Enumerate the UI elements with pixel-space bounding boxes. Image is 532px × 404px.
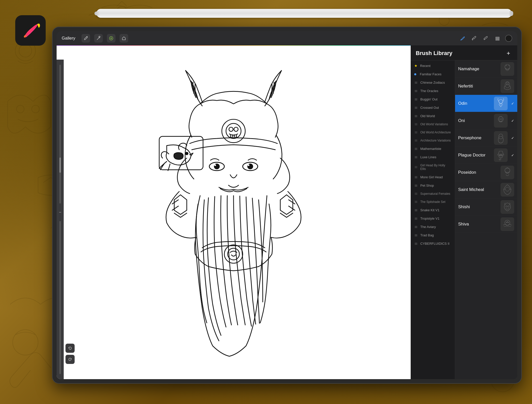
ipad-screen: Gallery: [57, 31, 517, 379]
brush-item-info: Namahage: [458, 66, 498, 72]
sidebar-item-label: Tropistyle V1: [420, 217, 439, 220]
add-brush-button[interactable]: +: [505, 49, 512, 57]
svg-point-113: [506, 222, 507, 223]
sidebar-item-the-aviary[interactable]: The Aviary: [411, 223, 455, 231]
left-scrollbar[interactable]: [57, 60, 64, 379]
sidebar-item-label: Chinese Zodiacs: [420, 81, 445, 84]
smudge-tool-button[interactable]: [482, 34, 490, 42]
sidebar-item-label: The Oracles: [420, 89, 438, 93]
sidebar-item-label: Snake Kit V1: [420, 208, 439, 212]
sidebar-item-label: Buggin' Out: [420, 97, 438, 101]
sidebar-item-tropistyle[interactable]: Tropistyle V1: [411, 214, 455, 223]
tool-size-handle[interactable]: [57, 203, 64, 221]
sidebar-item-snake-kit[interactable]: Snake Kit V1: [411, 206, 455, 214]
shishi-thumb: [501, 201, 513, 213]
star-icon: ★: [414, 64, 418, 68]
sidebar-item-familiar-faces[interactable]: Familiar Faces: [411, 70, 455, 78]
sidebar-item-more-girl-head[interactable]: More Girl Head: [411, 173, 455, 181]
sidebar-item-crossed-out[interactable]: Crossed Out: [411, 103, 455, 112]
svg-point-4: [32, 105, 39, 113]
svg-point-110: [506, 206, 507, 207]
sidebar-item-the-oracles[interactable]: The Oracles: [411, 87, 455, 95]
selection-tool-button[interactable]: [120, 34, 128, 43]
sidebar-item-architecture-variations[interactable]: Architecture Variations: [411, 136, 455, 145]
svg-point-21: [234, 127, 238, 131]
namahage-thumb: [501, 63, 513, 75]
color-picker[interactable]: [505, 35, 512, 42]
gallery-button[interactable]: Gallery: [62, 36, 75, 41]
sidebar-item-label: Architecture Variations: [420, 139, 451, 142]
brush-check: ✓: [511, 153, 514, 157]
sidebar-item-old-world[interactable]: Old World: [411, 112, 455, 120]
svg-point-18: [222, 119, 245, 143]
redo-button[interactable]: [65, 355, 75, 364]
brush-item-thumbnail: [501, 183, 514, 197]
brush-item-nefertiti[interactable]: Nefertiti: [455, 78, 517, 95]
brush-item-shishi[interactable]: Shishi: [455, 198, 517, 216]
sidebar-item-recent[interactable]: ★ Recent: [411, 61, 455, 70]
brush-item-name: Persephone: [458, 135, 491, 140]
brush-item-odin[interactable]: Odin ✓: [455, 95, 517, 112]
sidebar-item-label: More Girl Head: [420, 175, 443, 179]
brush-icon: [414, 208, 418, 212]
svg-rect-17: [59, 212, 61, 213]
sidebar-item-label: Mathemartiste: [420, 147, 441, 151]
brush-item-namahage[interactable]: Namahage: [455, 60, 517, 78]
brush-item-persephone[interactable]: Persephone ✓: [455, 129, 517, 147]
adjust-tool-button[interactable]: [107, 34, 115, 43]
brush-item-poseidon[interactable]: Poseidon: [455, 164, 517, 181]
sidebar-item-luxe-lines[interactable]: Luxe Lines: [411, 153, 455, 161]
pen-tool-button[interactable]: [458, 34, 467, 42]
sidebar-item-old-world-variations[interactable]: Old World Variations: [411, 120, 455, 128]
brush-tool-button[interactable]: [470, 34, 478, 42]
brush-item-thumbnail: [494, 148, 508, 162]
brush-item-info: Oni: [458, 118, 491, 123]
brush-item-thumbnail: [501, 62, 514, 76]
sidebar-item-chinese-zodiacs[interactable]: Chinese Zodiacs: [411, 78, 455, 87]
sidebar-item-trad-bag[interactable]: Trad Bag: [411, 231, 455, 239]
brush-icon: [414, 217, 418, 220]
nefertiti-thumb: [501, 80, 513, 92]
brush-icon: [414, 155, 418, 159]
layers-button[interactable]: [493, 34, 502, 42]
brush-library-content: ★ Recent Familiar Faces: [411, 60, 517, 379]
svg-point-11: [87, 36, 88, 37]
sidebar-item-mathemartiste[interactable]: Mathemartiste: [411, 145, 455, 153]
svg-rect-15: [496, 38, 499, 39]
svg-point-31: [186, 152, 188, 155]
scrollbar-thumb[interactable]: [59, 157, 61, 173]
svg-point-115: [507, 221, 508, 222]
drawing-canvas: [57, 45, 411, 379]
brush-item-name: Nefertiti: [458, 84, 498, 89]
brush-item-info: Nefertiti: [458, 84, 498, 89]
wrench-tool-button[interactable]: [81, 34, 90, 43]
svg-point-99: [499, 118, 501, 120]
brush-item-shiva[interactable]: Shiva: [455, 216, 517, 233]
sidebar-item-label: The Aviary: [420, 225, 436, 229]
sidebar-item-pet-shop[interactable]: Pet Shop: [411, 181, 455, 190]
undo-redo-controls: [65, 344, 75, 364]
sidebar-item-old-world-architecture[interactable]: Old World Architecture: [411, 128, 455, 136]
brush-item-info: Odin: [458, 101, 491, 106]
brush-check: ✓: [511, 119, 514, 123]
brush-item-oni[interactable]: Oni ✓: [455, 112, 517, 129]
canvas-area: [57, 45, 411, 379]
svg-point-103: [501, 136, 502, 137]
sidebar-item-buggin-out[interactable]: Buggin' Out: [411, 95, 455, 103]
sidebar-item-supernatural-females[interactable]: Supernatural Females: [411, 190, 455, 198]
svg-point-93: [505, 82, 510, 88]
brush-item-info: Saint Micheal: [458, 187, 498, 192]
brush-item-saint-micheal[interactable]: Saint Micheal: [455, 181, 517, 198]
svg-rect-14: [496, 37, 499, 38]
brush-check: ✓: [511, 136, 514, 140]
brush-library-title: Brush Library: [416, 50, 452, 57]
undo-button[interactable]: [65, 344, 75, 353]
svg-point-101: [499, 134, 503, 139]
magic-tool-button[interactable]: [94, 34, 103, 43]
sidebar-item-girl-head[interactable]: Girl Head By Holly Ellis: [411, 161, 455, 173]
sidebar-item-spitshade-set[interactable]: The Spitshade Set: [411, 198, 455, 206]
brush-item-plague-doctor[interactable]: Plague Doctor: [455, 147, 517, 164]
brush-icon: [414, 192, 418, 196]
brush-icon: [414, 139, 418, 142]
sidebar-item-cyberfluidics[interactable]: CYBERFLUIDICS II: [411, 239, 455, 248]
